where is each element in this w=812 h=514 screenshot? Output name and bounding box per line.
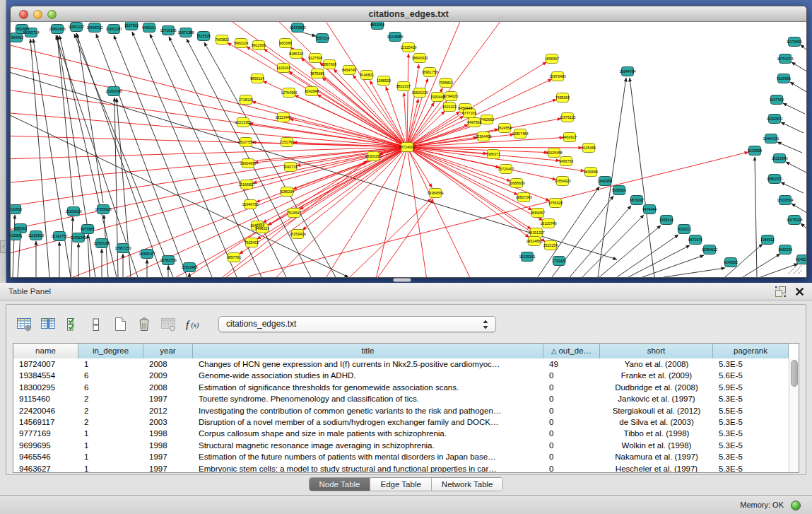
- svg-text:960586: 960586: [279, 41, 291, 45]
- table-row[interactable]: 946362711997Embryonic stem cells: a mode…: [13, 463, 789, 473]
- tab-edge-table[interactable]: Edge Table: [370, 478, 431, 491]
- svg-text:8454749: 8454749: [342, 68, 356, 72]
- svg-text:18223446: 18223446: [275, 115, 291, 119]
- svg-text:2718120: 2718120: [239, 98, 253, 102]
- unselect-all-icon[interactable]: [86, 314, 107, 334]
- network-desktop: ‹ citations_edges.txt 195496218926081405…: [0, 0, 812, 283]
- table-row[interactable]: 969969511998Structural magnetic resonanc…: [13, 440, 789, 451]
- svg-text:12213363: 12213363: [235, 120, 251, 124]
- svg-text:19384554: 19384554: [427, 191, 443, 195]
- svg-text:6794023: 6794023: [444, 94, 458, 98]
- svg-text:16159414: 16159414: [289, 232, 305, 236]
- svg-text:18107554: 18107554: [237, 140, 254, 144]
- svg-text:16644784: 16644784: [619, 69, 635, 74]
- svg-text:2520655: 2520655: [11, 207, 22, 211]
- column-header-out_de[interactable]: △ out_de…: [543, 344, 600, 358]
- svg-text:17654923: 17654923: [554, 179, 570, 183]
- svg-text:9857791: 9857791: [227, 255, 241, 259]
- svg-text:16151327: 16151327: [528, 230, 544, 235]
- svg-text:16671388: 16671388: [177, 30, 194, 35]
- column-header-name[interactable]: name: [13, 344, 78, 358]
- column-header-in_degree[interactable]: in_degree: [78, 344, 143, 358]
- svg-text:18724007: 18724007: [399, 145, 415, 149]
- svg-text:1588520: 1588520: [377, 78, 391, 83]
- window-titlebar[interactable]: citations_edges.txt: [11, 6, 806, 22]
- svg-text:10807484: 10807484: [512, 132, 528, 136]
- svg-text:8912935: 8912935: [252, 43, 266, 47]
- new-table-icon[interactable]: [110, 314, 131, 334]
- svg-text:1640236: 1640236: [778, 247, 792, 252]
- svg-text:1640954: 1640954: [598, 179, 612, 183]
- svg-text:2251760: 2251760: [280, 140, 294, 144]
- svg-text:7663822: 7663822: [215, 37, 229, 42]
- status-bar: Memory: OK: [0, 495, 812, 514]
- svg-text:12764906: 12764906: [281, 90, 297, 95]
- table-settings-icon[interactable]: [13, 314, 35, 334]
- svg-text:6879197: 6879197: [630, 198, 644, 202]
- select-columns-icon[interactable]: [37, 314, 59, 334]
- function-builder-icon[interactable]: f(x): [182, 314, 203, 334]
- tab-network-table[interactable]: Network Table: [432, 478, 503, 491]
- svg-text:12505185: 12505185: [93, 241, 110, 245]
- panel-splitter-handle[interactable]: [393, 278, 411, 282]
- tab-node-table[interactable]: Node Table: [310, 478, 371, 491]
- table-row[interactable]: 1830029562008Estimation of significance …: [13, 382, 789, 393]
- svg-text:9495758: 9495758: [559, 159, 573, 163]
- svg-text:17016504: 17016504: [777, 198, 793, 202]
- close-panel-icon[interactable]: [794, 286, 805, 297]
- svg-text:9450943: 9450943: [458, 106, 472, 110]
- table-row[interactable]: 2242004622012Investigating the contribut…: [13, 405, 789, 416]
- citation-network-graph[interactable]: 1954962189260814055724208914061089231719…: [11, 22, 806, 277]
- float-panel-icon[interactable]: [774, 285, 787, 298]
- svg-text:16958107: 16958107: [139, 252, 155, 256]
- svg-text:15626215: 15626215: [411, 90, 428, 95]
- table-selector-dropdown[interactable]: citations_edges.txt: [218, 316, 496, 332]
- svg-text:11451942: 11451942: [71, 235, 87, 240]
- svg-text:9463627: 9463627: [563, 135, 577, 139]
- svg-text:8813054: 8813054: [370, 23, 384, 27]
- delete-table-icon[interactable]: [134, 314, 155, 334]
- table-row[interactable]: 1872400712008Changes of HCN gene express…: [13, 358, 789, 370]
- table-row[interactable]: 911546021997Tourette syndrome. Phenomeno…: [13, 393, 789, 404]
- scrollbar-thumb[interactable]: [791, 360, 798, 387]
- svg-text:1896967: 1896967: [545, 57, 559, 61]
- svg-text:9960124: 9960124: [234, 41, 248, 45]
- svg-text:8822037: 8822037: [396, 84, 411, 88]
- svg-text:15218586: 15218586: [387, 35, 403, 39]
- network-view[interactable]: 1954962189260814055724208914061089231719…: [11, 22, 806, 277]
- column-header-short[interactable]: short: [600, 344, 713, 358]
- table-row[interactable]: 1938455462009Genome-wide association stu…: [13, 370, 789, 381]
- svg-text:12444131: 12444131: [763, 136, 779, 141]
- svg-text:15892971: 15892971: [766, 177, 782, 181]
- svg-text:11325419: 11325419: [401, 45, 417, 49]
- svg-text:15046736: 15046736: [242, 202, 258, 206]
- svg-text:10654112: 10654112: [702, 247, 718, 252]
- svg-text:1420241: 1420241: [276, 66, 290, 70]
- svg-text:9756928: 9756928: [548, 201, 563, 205]
- vertical-scrollbar[interactable]: [789, 358, 799, 472]
- svg-text:19654933: 19654933: [240, 161, 256, 165]
- svg-text:985061: 985061: [14, 226, 26, 230]
- network-window[interactable]: citations_edges.txt 19549621892608140557…: [10, 6, 807, 278]
- panel-collapse-handle[interactable]: ‹: [0, 240, 6, 253]
- column-header-year[interactable]: year: [143, 344, 193, 358]
- delete-column-icon: [158, 314, 179, 334]
- select-all-icon[interactable]: [61, 314, 83, 334]
- table-row[interactable]: 946554611997Estimation of the future num…: [13, 451, 789, 462]
- svg-text:10688609: 10688609: [508, 181, 524, 185]
- memory-status-indicator[interactable]: [791, 501, 801, 510]
- table-row[interactable]: 977716911998Corpus callosum shape and si…: [13, 428, 789, 439]
- svg-text:18640910: 18640910: [411, 56, 428, 60]
- svg-text:9474444: 9474444: [642, 207, 657, 211]
- svg-text:3042715: 3042715: [283, 165, 298, 169]
- column-header-pagerank[interactable]: pagerank: [713, 344, 789, 358]
- svg-text:17359928: 17359928: [95, 207, 111, 211]
- svg-text:1954962: 1954962: [11, 35, 23, 40]
- table-row[interactable]: 1456911722003Disruption of a novel membe…: [13, 416, 789, 428]
- column-header-title[interactable]: title: [193, 344, 543, 358]
- svg-text:7524547: 7524547: [287, 211, 301, 215]
- table-panel-content: f(x)citations_edges.txt namein_degreeyea…: [6, 304, 806, 475]
- svg-text:9498223: 9498223: [255, 226, 269, 230]
- svg-text:8186328: 8186328: [289, 52, 303, 56]
- svg-text:1527602: 1527602: [124, 23, 139, 28]
